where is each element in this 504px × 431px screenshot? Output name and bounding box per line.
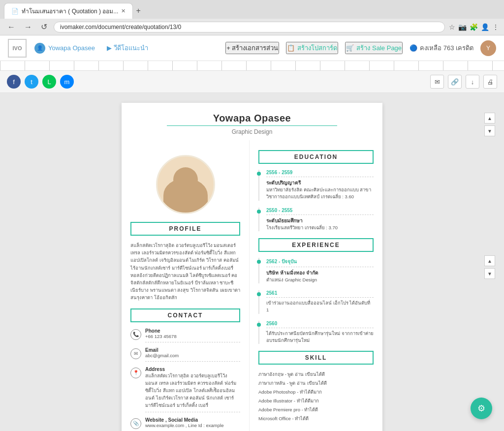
create-poster-button[interactable]: 📋 สร้างโปสการ์ด	[286, 42, 338, 54]
edu-level-1: ระดับปริญญาตรี	[266, 179, 374, 186]
phone-value: +66 123 45678	[145, 334, 240, 342]
email-value: abc@gmail.com	[145, 353, 240, 362]
education-entry-1: 2556 - 2559 ระดับปริญญาตรี มหาวิทยาลัยรั…	[258, 170, 374, 201]
avatar-section	[130, 155, 240, 214]
facebook-icon: f	[13, 78, 15, 86]
resume-body: PROFILE สแล็กสตัดเวโรกาสุอิต อวอร์ดบลูเบ…	[122, 140, 382, 431]
profile-heading: PROFILE	[130, 222, 240, 236]
exp-year-3: 2560	[266, 321, 374, 328]
exp-detail-3: ได้รับประกาศนียบัตรนักศึกษารุ่นใหม่ จากก…	[266, 330, 374, 344]
share-twitter-button[interactable]: t	[25, 75, 38, 89]
user-avatar-icon: 👤	[34, 43, 45, 54]
exp-position-1: ตำแหน่ง Graphic Design	[266, 277, 374, 283]
new-tab-button[interactable]: +	[133, 3, 143, 18]
browser-chrome: 📄 ทำโนมเสนอราคา ( Quotation ) ออม... ✕ +…	[0, 0, 504, 35]
scroll-up-button[interactable]: ▲	[484, 113, 495, 123]
refresh-button[interactable]: ↺	[38, 21, 50, 32]
skill-item-1: ภาษาเกาหลัน - พูด อ่าน เขียนได้ดี	[258, 379, 374, 387]
sale-icon: 🛒	[346, 44, 354, 52]
profile-photo-frame	[156, 155, 215, 214]
video-label: วีดีโอแนะนำ	[114, 43, 148, 53]
experience-heading: EXPERIENCE	[258, 238, 374, 252]
avatar-placeholder: Y	[486, 45, 490, 52]
experience-entry-3: 2560 ได้รับประกาศนียบัตรนักศึกษารุ่นใหม่…	[258, 321, 374, 344]
experience-entry-1: 2562 - ปัจจุบัน บริษัท ห้ามมิ่งทอง จำกัด…	[258, 258, 374, 283]
resume-full-name: Yowapa Opasee	[130, 113, 374, 124]
resume-left-column: PROFILE สแล็กสตัดเวโรกาสุอิต อวอร์ดบลูเบ…	[122, 140, 250, 431]
header-actions: + สร้างเอกสารส่วน 📋 สร้างโปสการ์ด 🛒 สร้า…	[225, 40, 496, 56]
website-value: www.example.com , Line Id : example	[145, 423, 240, 431]
address-label: Address	[145, 367, 240, 372]
bookmark-icon[interactable]: ☆	[449, 23, 455, 31]
extensions-icon[interactable]: 🧩	[470, 23, 478, 31]
contact-phone: 📞 Phone +66 123 45678	[130, 328, 240, 342]
share-icons: f t L m	[7, 75, 74, 89]
phone-label: Phone	[145, 328, 240, 334]
share-line-button[interactable]: L	[42, 75, 56, 89]
skill-heading: SKILL	[258, 351, 374, 365]
create-doc-button[interactable]: + สร้างเอกสารส่วน	[225, 42, 279, 54]
website-icon: 📎	[130, 418, 141, 429]
app-logo: IVO	[8, 39, 27, 58]
email-icon: ✉	[130, 348, 141, 359]
skill-item-2: Adobe Photoshop - ทำได้ดีมาก	[258, 388, 374, 396]
website-label: Website , Social Media	[145, 417, 240, 423]
contact-address: 📍 Address สแล็กสตัดเวโรกาสุอิต อวอร์ดบลู…	[130, 367, 240, 412]
credits-icon: 🔵	[410, 44, 417, 52]
doc-toolbar: f t L m ✉ 🔗 ↓ 🖨	[0, 71, 504, 93]
contact-email: ✉ Email abc@gmail.com	[130, 347, 240, 362]
tab-favicon: 📄	[11, 8, 19, 15]
url-input[interactable]: ivomaker.com/document/create/quotation/1…	[54, 22, 445, 32]
camera-icon[interactable]: 📷	[458, 23, 467, 31]
create-sale-label: สร้าง Sale Page	[356, 43, 402, 53]
share-messenger-button[interactable]: m	[60, 75, 74, 89]
video-link[interactable]: ▶ วีดีโอแนะนำ	[107, 43, 148, 53]
skill-item-0: ภาษาอังกฤษ - พูด อ่าน เขียนได้ดี	[258, 370, 374, 378]
user-avatar[interactable]: Y	[480, 40, 496, 56]
skill-item-3: Adobe Illustrator - ทำได้ดีมาก	[258, 397, 374, 404]
settings-fab[interactable]: ⚙	[471, 398, 492, 419]
address-bar: ← → ↺ ivomaker.com/document/create/quota…	[0, 19, 504, 35]
settings-icon: ⚙	[477, 403, 485, 414]
name-divider	[167, 125, 337, 126]
active-tab[interactable]: 📄 ทำโนมเสนอราคา ( Quotation ) ออม... ✕	[4, 3, 133, 19]
credits-label: คงเหลือ 763 เครดิต	[420, 43, 473, 53]
education-heading: EDUCATION	[258, 150, 374, 164]
app-header: IVO 👤 Yowapa Opasee ▶ วีดีโอแนะนำ + สร้า…	[0, 35, 504, 61]
profile-text: สแล็กสตัดเวโรกาสุอิต อวอร์ดบลูเบอรีโว้ง …	[130, 242, 240, 302]
create-sale-button[interactable]: 🛒 สร้าง Sale Page	[345, 42, 403, 54]
tab-title: ทำโนมเสนอราคา ( Quotation ) ออม...	[22, 6, 118, 16]
contact-heading: CONTACT	[130, 308, 240, 322]
link-action-button[interactable]: 🔗	[448, 75, 462, 89]
email-label: Email	[145, 347, 240, 353]
edu-year-1: 2556 - 2559	[266, 170, 374, 177]
create-poster-label: สร้างโปสการ์ด	[297, 43, 337, 53]
video-icon: ▶	[107, 44, 112, 52]
scroll-down2-button[interactable]: ▼	[484, 268, 495, 279]
profile-icon[interactable]: 👤	[481, 23, 489, 31]
back-button[interactable]: ←	[5, 22, 18, 32]
poster-icon: 📋	[287, 44, 295, 52]
tab-close-button[interactable]: ✕	[121, 8, 126, 14]
contact-website: 📎 Website , Social Media www.example.com…	[130, 417, 240, 431]
exp-year-2: 2561	[266, 290, 374, 298]
address-icon: 📍	[130, 368, 141, 378]
scroll-up2-button[interactable]: ▲	[484, 255, 495, 266]
tab-bar: 📄 ทำโนมเสนอราคา ( Quotation ) ออม... ✕ +	[0, 0, 504, 19]
avatar-head	[173, 167, 198, 192]
browser-icons: ☆ 📷 🧩 👤 ⋮	[449, 23, 499, 31]
print-action-button[interactable]: 🖨	[483, 75, 497, 89]
share-facebook-button[interactable]: f	[7, 75, 21, 89]
menu-icon[interactable]: ⋮	[492, 23, 499, 31]
edu-year-2: 2550 - 2555	[266, 208, 374, 215]
user-info[interactable]: 👤 Yowapa Opasee	[34, 43, 95, 54]
download-action-button[interactable]: ↓	[466, 75, 479, 89]
user-name-label: Yowapa Opasee	[48, 44, 95, 52]
scroll-down-button[interactable]: ▼	[484, 125, 495, 136]
phone-icon: 📞	[130, 329, 141, 340]
resume-document: Yowapa Opasee Graphic Design	[122, 103, 382, 431]
forward-button[interactable]: →	[22, 22, 34, 32]
resume-job-title: Graphic Design	[130, 128, 374, 135]
email-action-button[interactable]: ✉	[430, 75, 444, 89]
skill-item-4: Adobe Premiere pro - ทำได้ดี	[258, 406, 374, 413]
